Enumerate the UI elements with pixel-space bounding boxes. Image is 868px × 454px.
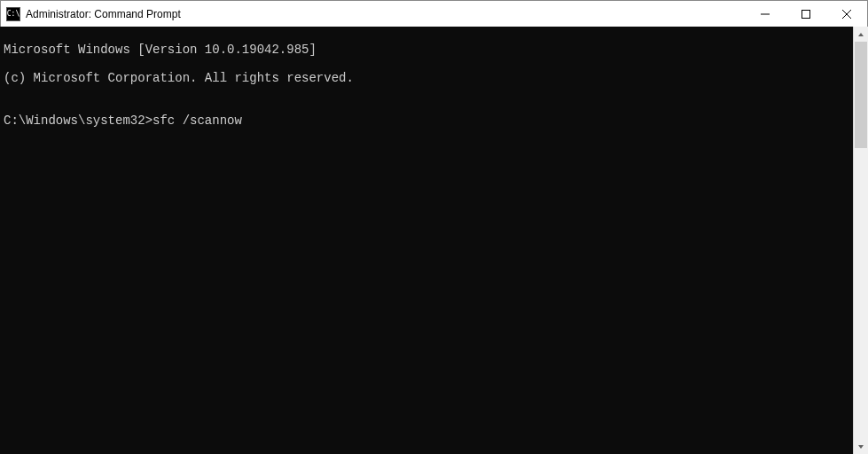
console-prompt-line: C:\Windows\system32>sfc /scannow xyxy=(4,114,849,128)
maximize-icon xyxy=(802,10,810,19)
console-area[interactable]: Microsoft Windows [Version 10.0.19042.98… xyxy=(0,27,853,454)
window-titlebar[interactable]: C:\ Administrator: Command Prompt xyxy=(1,1,867,27)
console-line-copyright: (c) Microsoft Corporation. All rights re… xyxy=(4,71,849,85)
window-controls xyxy=(745,1,867,27)
scroll-down-arrow-icon[interactable] xyxy=(854,439,868,454)
titlebar-left: C:\ Administrator: Command Prompt xyxy=(1,7,181,21)
close-icon xyxy=(842,10,851,19)
vertical-scrollbar[interactable] xyxy=(853,27,868,454)
scroll-thumb[interactable] xyxy=(855,42,867,148)
close-button[interactable] xyxy=(826,1,867,27)
console-prompt: C:\Windows\system32> xyxy=(4,114,152,128)
minimize-icon xyxy=(761,10,770,19)
scroll-up-arrow-icon[interactable] xyxy=(854,27,868,42)
console-line-version: Microsoft Windows [Version 10.0.19042.98… xyxy=(4,43,849,57)
window-title: Administrator: Command Prompt xyxy=(26,8,181,20)
minimize-button[interactable] xyxy=(745,1,786,27)
svg-rect-1 xyxy=(802,11,810,19)
console-command: sfc /scannow xyxy=(152,114,242,128)
maximize-button[interactable] xyxy=(786,1,826,27)
cmd-icon: C:\ xyxy=(6,7,20,21)
scroll-track[interactable] xyxy=(854,42,868,439)
